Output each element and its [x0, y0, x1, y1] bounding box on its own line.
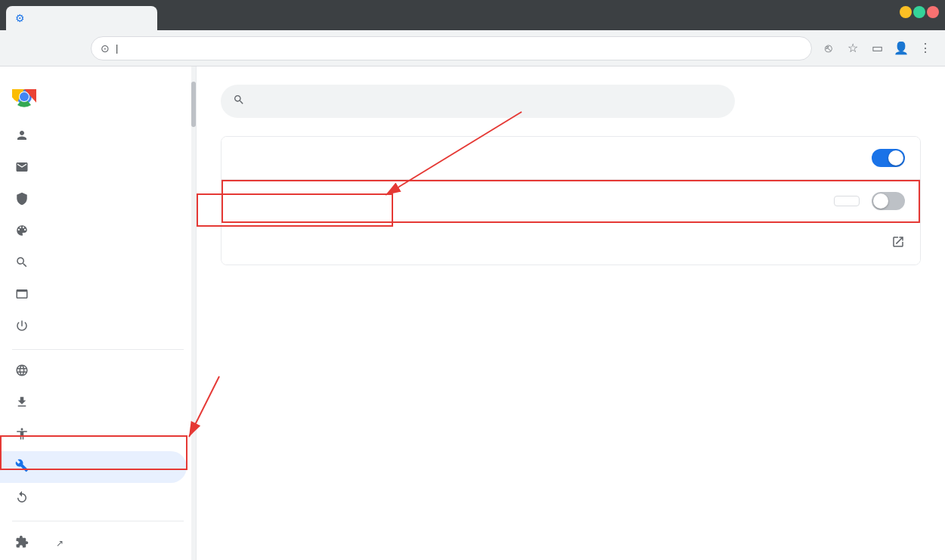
accessibility-icon [15, 427, 29, 444]
sidebar-scrollbar-thumb [191, 82, 196, 127]
sidebar-scrollbar[interactable] [191, 67, 196, 560]
main-area: ↗ i [0, 67, 945, 560]
sidebar-item-appearance[interactable] [0, 216, 187, 248]
sidebar-toggle-button[interactable]: ▭ [866, 38, 888, 59]
browser-icon [15, 287, 29, 304]
content-area [197, 67, 945, 560]
profile-button[interactable]: 👤 [891, 38, 912, 59]
maximize-button[interactable] [913, 6, 925, 18]
address-separator: | [116, 42, 118, 54]
tab-close-button[interactable] [136, 12, 148, 24]
reload-button[interactable] [64, 38, 85, 59]
person-icon [15, 128, 29, 145]
sidebar-item-google-account[interactable] [0, 121, 187, 153]
toggle-hardware-acceleration[interactable] [872, 192, 905, 210]
restart-button[interactable] [834, 196, 860, 206]
sidebar: ↗ i [0, 67, 197, 560]
addressbar: ⊙ | ⎋ ☆ ▭ 👤 ⋮ [0, 30, 945, 67]
titlebar: ⚙ [0, 0, 945, 30]
search-bar[interactable] [221, 85, 735, 118]
sidebar-item-downloads[interactable] [0, 388, 187, 419]
address-text: | [116, 42, 802, 54]
new-tab-button[interactable] [160, 6, 184, 30]
sidebar-item-browser[interactable] [0, 280, 187, 311]
toolbar-right: ⎋ ☆ ▭ 👤 ⋮ [818, 38, 936, 59]
menu-button[interactable]: ⋮ [915, 38, 936, 59]
sidebar-divider-1 [12, 349, 184, 350]
power-icon [15, 319, 29, 336]
chrome-logo-icon [12, 85, 36, 109]
window-controls [894, 0, 945, 24]
search-container [221, 85, 921, 118]
wrench-icon [15, 459, 29, 475]
toggle-thumb-hardware [873, 193, 888, 209]
search-input[interactable] [254, 95, 723, 107]
external-link-icon[interactable] [891, 235, 905, 252]
setting-row-proxy [222, 223, 920, 265]
shield-icon [15, 192, 29, 209]
minimize-button[interactable] [900, 6, 912, 18]
sidebar-item-startup[interactable] [0, 311, 187, 343]
autofill-icon [15, 160, 29, 177]
sidebar-header [0, 67, 196, 121]
search-bar-icon [233, 94, 245, 109]
address-secure-icon: ⊙ [101, 42, 110, 54]
toggle-thumb-background-apps [888, 150, 903, 166]
sidebar-item-privacy[interactable] [0, 184, 187, 216]
extension-icon [15, 535, 29, 552]
sidebar-item-autofill[interactable] [0, 153, 187, 184]
extensions-external-icon: ↗ [56, 538, 64, 549]
palette-icon [15, 224, 29, 240]
sidebar-item-system[interactable] [0, 451, 187, 483]
language-icon [15, 364, 29, 380]
setting-row-hardware-acceleration [222, 180, 920, 223]
bookmark-button[interactable]: ☆ [842, 38, 863, 59]
setting-row-background-apps [222, 137, 920, 180]
sidebar-item-language[interactable] [0, 356, 187, 388]
toggle-background-apps[interactable] [872, 149, 905, 167]
sidebar-item-search[interactable] [0, 248, 187, 280]
reset-icon [15, 490, 29, 507]
sidebar-item-extensions[interactable]: ↗ [0, 528, 187, 559]
search-icon [15, 255, 29, 272]
sidebar-item-accessibility[interactable] [0, 419, 187, 451]
close-button[interactable] [927, 6, 939, 18]
tab-favicon-icon: ⚙ [15, 12, 25, 24]
forward-button[interactable] [36, 38, 57, 59]
back-button[interactable] [9, 38, 30, 59]
tab-bar: ⚙ [0, 0, 945, 30]
active-tab[interactable]: ⚙ [6, 6, 157, 30]
svg-point-3 [20, 92, 29, 101]
download-icon [15, 395, 29, 412]
settings-card [221, 136, 921, 265]
sidebar-divider-2 [12, 521, 184, 521]
sidebar-item-reset[interactable] [0, 483, 187, 515]
address-bar-field[interactable]: ⊙ | [91, 36, 812, 60]
share-button[interactable]: ⎋ [818, 38, 839, 59]
